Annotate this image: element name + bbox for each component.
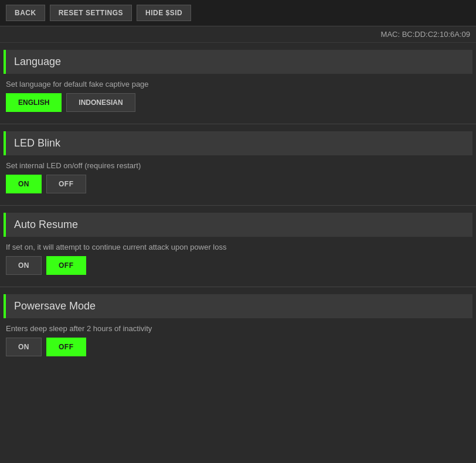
mac-address-bar: MAC: BC:DD:C2:10:6A:09 — [0, 26, 476, 43]
divider-3 — [0, 287, 476, 287]
led-blink-description: Set internal LED on/off (requires restar… — [4, 161, 472, 175]
hide-ssid-button[interactable]: HIDE $SID — [137, 5, 191, 21]
language-section-header: Language — [4, 50, 472, 74]
language-description: Set language for default fake captive pa… — [4, 80, 472, 93]
auto-resume-section: Auto Resume If set on, it will attempt t… — [0, 213, 476, 280]
powersave-section: Powersave Mode Enters deep sleep after 2… — [0, 294, 476, 361]
auto-resume-on-button[interactable]: ON — [6, 256, 42, 275]
powersave-title: Powersave Mode — [14, 300, 96, 312]
english-button[interactable]: ENGLISH — [6, 93, 62, 112]
auto-resume-off-button[interactable]: OFF — [46, 256, 86, 275]
mac-address-label: MAC: BC:DD:C2:10:6A:09 — [381, 30, 470, 39]
back-button[interactable]: BACK — [6, 5, 45, 21]
divider-2 — [0, 205, 476, 206]
led-off-button[interactable]: OFF — [46, 175, 86, 193]
indonesian-button[interactable]: INDONESIAN — [66, 93, 135, 112]
led-on-button[interactable]: ON — [6, 175, 42, 193]
language-title: Language — [14, 56, 61, 67]
powersave-section-header: Powersave Mode — [4, 294, 472, 318]
auto-resume-description: If set on, it will attempt to continue c… — [4, 243, 472, 256]
auto-resume-title: Auto Resume — [14, 219, 78, 230]
powersave-description: Enters deep sleep after 2 hours of inact… — [4, 324, 472, 338]
divider-1 — [0, 124, 476, 124]
language-section: Language Set language for default fake c… — [0, 50, 476, 117]
powersave-off-button[interactable]: OFF — [46, 338, 86, 356]
auto-resume-btn-group: ON OFF — [4, 256, 472, 280]
led-blink-title: LED Blink — [14, 137, 60, 149]
powersave-btn-group: ON OFF — [4, 338, 472, 361]
language-btn-group: ENGLISH INDONESIAN — [4, 93, 472, 117]
led-blink-section-header: LED Blink — [4, 131, 472, 155]
led-blink-btn-group: ON OFF — [4, 175, 472, 198]
auto-resume-section-header: Auto Resume — [4, 213, 472, 237]
reset-settings-button[interactable]: RESET SETTINGS — [50, 5, 132, 21]
top-bar: BACK RESET SETTINGS HIDE $SID — [0, 0, 476, 26]
led-blink-section: LED Blink Set internal LED on/off (requi… — [0, 131, 476, 198]
powersave-on-button[interactable]: ON — [6, 338, 42, 356]
